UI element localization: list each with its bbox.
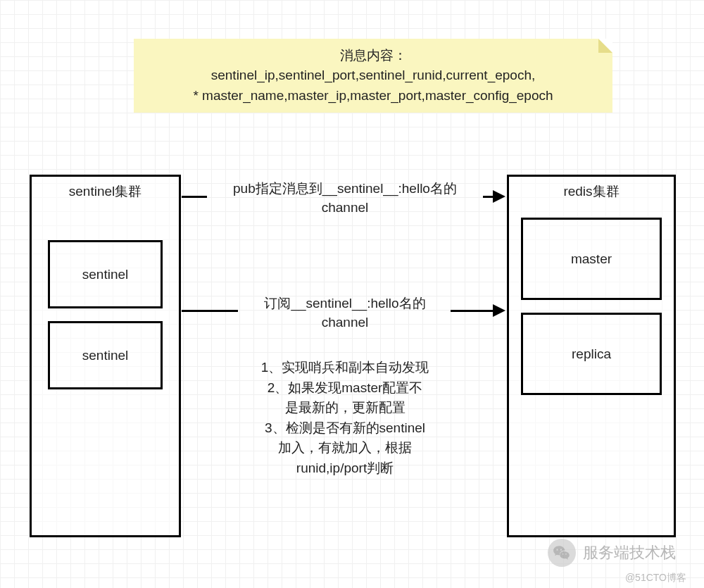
sentinel-cluster-box: sentinel集群 sentinel sentinel bbox=[30, 175, 181, 537]
watermark-text: 服务端技术栈 bbox=[583, 542, 676, 563]
arrow-bottom-line2: channel bbox=[239, 313, 451, 332]
arrow-bottom-label: 订阅__sentinel__:hello名的 channel bbox=[239, 294, 451, 332]
arrow-top-line-left bbox=[182, 196, 207, 198]
arrow-bottom-line-right bbox=[451, 310, 493, 312]
note-fold-corner bbox=[598, 39, 612, 53]
notes-item2b: 是最新的，更新配置 bbox=[229, 398, 461, 418]
note-title: 消息内容： bbox=[340, 46, 407, 66]
notes-item1: 1、实现哨兵和副本自动发现 bbox=[229, 358, 461, 378]
redis-cluster-box: redis集群 master replica bbox=[507, 175, 676, 537]
attribution: @51CTO博客 bbox=[625, 572, 686, 584]
wechat-icon bbox=[548, 539, 576, 567]
arrow-top-line2: channel bbox=[208, 199, 482, 218]
note-line1: sentinel_ip,sentinel_port,sentinel_runid… bbox=[211, 65, 536, 86]
arrow-top-line-right bbox=[483, 196, 494, 198]
arrow-bottom-line1: 订阅__sentinel__:hello名的 bbox=[239, 294, 451, 313]
notes-item3b: 加入，有就加入，根据 bbox=[229, 438, 461, 458]
notes-list: 1、实现哨兵和副本自动发现 2、如果发现master配置不 是最新的，更新配置 … bbox=[229, 358, 461, 478]
notes-item3a: 3、检测是否有新的sentinel bbox=[229, 418, 461, 439]
notes-item3c: runid,ip/port判断 bbox=[229, 458, 461, 479]
watermark: 服务端技术栈 bbox=[548, 539, 676, 567]
sticky-note: 消息内容： sentinel_ip,sentinel_port,sentinel… bbox=[134, 39, 612, 113]
sentinel-node-2: sentinel bbox=[48, 321, 163, 389]
notes-item2a: 2、如果发现master配置不 bbox=[229, 378, 461, 399]
sentinel-cluster-title: sentinel集群 bbox=[32, 177, 179, 205]
replica-node: replica bbox=[521, 313, 662, 395]
arrow-bottom-head bbox=[493, 304, 505, 317]
arrow-bottom-line-left bbox=[182, 310, 238, 312]
sentinel-node-1: sentinel bbox=[48, 240, 163, 308]
note-line2: * master_name,master_ip,master_port,mast… bbox=[193, 86, 553, 106]
master-node: master bbox=[521, 218, 662, 300]
arrow-top-label: pub指定消息到__sentinel__:hello名的 channel bbox=[208, 180, 482, 217]
arrow-top-head bbox=[493, 190, 505, 203]
redis-cluster-title: redis集群 bbox=[509, 177, 674, 205]
arrow-top-line1: pub指定消息到__sentinel__:hello名的 bbox=[208, 180, 482, 199]
